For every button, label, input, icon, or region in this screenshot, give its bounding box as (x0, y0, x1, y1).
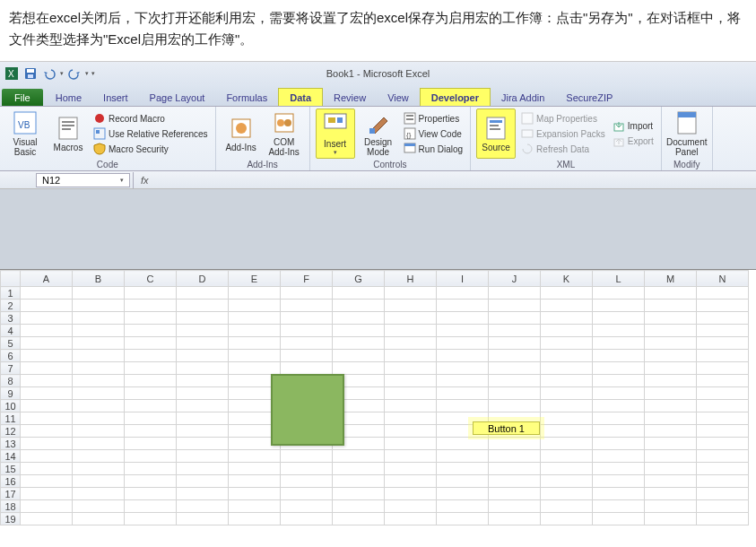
tab-jira-addin[interactable]: Jira Addin (491, 89, 555, 106)
col-header[interactable]: A (21, 271, 73, 287)
formula-bar-row: N12 ▾ fx (0, 171, 756, 189)
grid[interactable]: A B C D E F G H I J K L M N 1 2 3 4 5 6 (0, 270, 749, 525)
col-header[interactable]: C (125, 271, 177, 287)
row-header[interactable]: 5 (1, 337, 21, 350)
row-header[interactable]: 7 (1, 362, 21, 375)
svg-rect-8 (62, 121, 74, 123)
col-header[interactable]: F (281, 271, 333, 287)
record-macro-button[interactable]: Record Macro (91, 111, 210, 126)
svg-rect-29 (404, 143, 415, 146)
row-header[interactable]: 4 (1, 325, 21, 337)
undo-dropdown-icon[interactable]: ▾ (60, 70, 64, 77)
name-box[interactable]: N12 ▾ (36, 173, 130, 187)
form-button-1[interactable]: Button 1 (473, 421, 540, 435)
svg-rect-34 (522, 113, 533, 124)
row-header[interactable]: 1 (1, 287, 21, 300)
row-header[interactable]: 2 (1, 300, 21, 312)
file-tab[interactable]: File (2, 89, 43, 106)
col-header[interactable]: D (177, 271, 229, 287)
row-header[interactable]: 13 (1, 438, 21, 450)
col-header[interactable]: J (489, 271, 541, 287)
svg-text:{}: {} (406, 131, 412, 139)
row-header[interactable]: 9 (1, 387, 21, 400)
svg-rect-31 (490, 120, 502, 123)
export-button[interactable]: Export (611, 135, 656, 149)
svg-point-18 (284, 119, 291, 126)
tab-formulas[interactable]: Formulas (215, 89, 278, 106)
tab-securezip[interactable]: SecureZIP (555, 89, 623, 106)
macros-button[interactable]: Macros (48, 109, 88, 159)
design-mode-button[interactable]: Design Mode (359, 109, 398, 159)
ribbon-tabs: File Home Insert Page Layout Formulas Da… (0, 85, 756, 107)
row-header[interactable]: 16 (1, 475, 21, 488)
row-header[interactable]: 14 (1, 450, 21, 463)
select-all-corner[interactable] (1, 271, 21, 287)
excel-icon: X (4, 65, 20, 82)
group-modify: Document Panel Modify (662, 107, 713, 170)
tab-page-layout[interactable]: Page Layout (139, 89, 216, 106)
group-addins: Add-Ins COM Add-Ins Add-Ins (216, 107, 310, 170)
row-header[interactable]: 6 (1, 350, 21, 362)
worksheet-area[interactable]: A B C D E F G H I J K L M N 1 2 3 4 5 6 (0, 270, 756, 525)
tab-view[interactable]: View (377, 89, 420, 106)
run-dialog-button[interactable]: Run Dialog (402, 142, 465, 156)
row-header[interactable]: 17 (1, 488, 21, 500)
tab-data[interactable]: Data (278, 88, 323, 106)
group-code: VB Visual Basic Macros Record Macro Use … (0, 107, 216, 170)
map-properties-button[interactable]: Map Properties (519, 111, 607, 126)
group-xml: Source Map Properties Expansion Packs Re… (471, 107, 662, 170)
undo-icon[interactable] (41, 65, 57, 82)
row-header[interactable]: 15 (1, 463, 21, 475)
svg-rect-4 (28, 74, 33, 78)
group-controls: Insert ▾ Design Mode Properties {} View … (310, 107, 471, 170)
col-header[interactable]: M (645, 271, 697, 287)
svg-point-15 (236, 123, 247, 134)
row-header[interactable]: 11 (1, 412, 21, 425)
svg-rect-10 (62, 128, 71, 130)
formula-input[interactable] (156, 172, 756, 188)
col-header[interactable]: I (437, 271, 489, 287)
green-rectangle-shape[interactable] (271, 374, 344, 446)
tab-insert[interactable]: Insert (92, 89, 139, 106)
row-header[interactable]: 3 (1, 312, 21, 325)
relative-refs-button[interactable]: Use Relative References (91, 126, 210, 141)
view-code-button[interactable]: {} View Code (402, 126, 465, 141)
quick-access-toolbar: X ▾ ▾ ▾ (4, 65, 95, 82)
svg-rect-24 (406, 115, 413, 117)
qat-customize-icon[interactable]: ▾ (91, 70, 95, 77)
visual-basic-button[interactable]: VB Visual Basic (5, 109, 45, 159)
expansion-packs-button[interactable]: Expansion Packs (519, 126, 607, 141)
row-header[interactable]: 10 (1, 400, 21, 412)
col-header[interactable]: N (697, 271, 749, 287)
import-button[interactable]: Import (611, 119, 656, 134)
row-header[interactable]: 18 (1, 500, 21, 513)
col-header[interactable]: B (73, 271, 125, 287)
row-header[interactable]: 12 (1, 425, 21, 438)
source-button[interactable]: Source (476, 109, 516, 159)
com-addins-button[interactable]: COM Add-Ins (265, 109, 304, 159)
row-header[interactable]: 8 (1, 375, 21, 387)
col-header[interactable]: K (541, 271, 593, 287)
col-header[interactable]: G (333, 271, 385, 287)
svg-rect-13 (96, 130, 100, 134)
col-header[interactable]: L (593, 271, 645, 287)
svg-rect-21 (337, 117, 343, 123)
refresh-data-button[interactable]: Refresh Data (519, 142, 607, 156)
tab-home[interactable]: Home (45, 89, 92, 106)
redo-dropdown-icon[interactable]: ▾ (85, 70, 89, 77)
col-header[interactable]: E (229, 271, 281, 287)
svg-rect-22 (369, 128, 375, 134)
tab-review[interactable]: Review (323, 89, 377, 106)
col-header[interactable]: H (385, 271, 437, 287)
document-panel-button[interactable]: Document Panel (667, 109, 707, 159)
row-header[interactable]: 19 (1, 513, 21, 525)
save-icon[interactable] (22, 65, 39, 82)
insert-control-button[interactable]: Insert ▾ (316, 109, 355, 159)
chevron-down-icon[interactable]: ▾ (120, 177, 124, 184)
fx-icon[interactable]: fx (134, 175, 156, 186)
redo-icon[interactable] (66, 65, 83, 82)
addins-button[interactable]: Add-Ins (222, 109, 261, 159)
macro-security-button[interactable]: Macro Security (91, 142, 210, 156)
properties-button[interactable]: Properties (402, 111, 465, 126)
tab-developer[interactable]: Developer (420, 88, 491, 106)
